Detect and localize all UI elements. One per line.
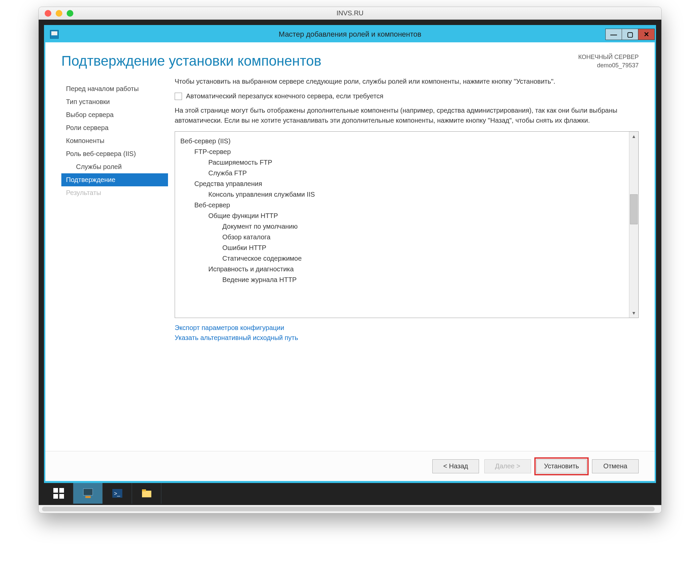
tree-item: FTP-сервер	[180, 146, 624, 157]
wizard-footer: < Назад Далее > Установить Отмена	[45, 451, 655, 481]
components-tree[interactable]: Веб-сервер (IIS) FTP-сервер Расширяемост…	[175, 132, 629, 318]
svg-rect-0	[53, 488, 58, 493]
restart-checkbox[interactable]	[175, 93, 182, 100]
nav-server-selection[interactable]: Выбор сервера	[61, 108, 168, 121]
cancel-button[interactable]: Отмена	[592, 459, 639, 473]
wizard-title: Мастер добавления ролей и компонентов	[45, 30, 655, 39]
remote-desktop-area: Мастер добавления ролей и компонентов — …	[39, 20, 661, 505]
nav-server-roles[interactable]: Роли сервера	[61, 121, 168, 134]
nav-confirmation[interactable]: Подтверждение	[61, 173, 168, 186]
scroll-thumb[interactable]	[630, 194, 638, 224]
alt-source-path-link[interactable]: Указать альтернативный исходный путь	[175, 334, 298, 341]
install-button[interactable]: Установить	[536, 459, 587, 473]
tree-item: Веб-сервер (IIS)	[180, 136, 624, 146]
tree-item: Служба FTP	[180, 168, 624, 178]
note-text: На этой странице могут быть отображены д…	[175, 105, 639, 125]
tree-item: Статическое содержимое	[180, 253, 624, 264]
svg-rect-3	[59, 494, 64, 499]
tree-item: Расширяемость FTP	[180, 157, 624, 168]
mac-minimize-icon[interactable]	[56, 10, 62, 17]
tree-item: Документ по умолчанию	[180, 221, 624, 232]
file-explorer-icon	[141, 487, 153, 499]
mac-horizontal-scrollbar[interactable]	[39, 505, 661, 513]
listbox-scrollbar[interactable]: ▲ ▼	[629, 132, 638, 318]
svg-rect-2	[53, 494, 58, 499]
nav-install-type[interactable]: Тип установки	[61, 95, 168, 108]
mac-window-title: INVS.RU	[39, 9, 661, 17]
svg-rect-9	[142, 489, 146, 491]
tree-item: Обзор каталога	[180, 232, 624, 242]
svg-rect-8	[142, 491, 151, 497]
task-powershell[interactable]: >_	[103, 483, 132, 504]
windows-start-icon	[53, 487, 65, 499]
intro-text: Чтобы установить на выбранном сервере сл…	[175, 76, 639, 86]
tree-item: Исправность и диагностика	[180, 264, 624, 274]
wizard-window: Мастер добавления ролей и компонентов — …	[44, 25, 656, 482]
components-listbox: Веб-сервер (IIS) FTP-сервер Расширяемост…	[175, 131, 639, 318]
server-manager-task-icon	[82, 487, 94, 499]
windows-taskbar[interactable]: >_	[44, 482, 656, 504]
destination-server: КОНЕЧНЫЙ СЕРВЕР demo05_79537	[578, 53, 639, 70]
wizard-titlebar[interactable]: Мастер добавления ролей и компонентов — …	[45, 26, 655, 42]
svg-rect-4	[83, 489, 93, 495]
scroll-down-icon[interactable]: ▼	[629, 308, 638, 318]
tree-item: Ведение журнала HTTP	[180, 274, 624, 285]
next-button: Далее >	[484, 459, 531, 473]
export-config-link[interactable]: Экспорт параметров конфигурации	[175, 324, 284, 331]
wizard-links: Экспорт параметров конфигурации Указать …	[175, 323, 639, 343]
powershell-icon: >_	[111, 487, 123, 499]
nav-role-services[interactable]: Службы ролей	[61, 160, 168, 173]
svg-rect-1	[59, 488, 64, 493]
start-button[interactable]	[44, 483, 73, 504]
wizard-header: Подтверждение установки компонентов КОНЕ…	[45, 42, 655, 73]
restart-checkbox-label: Автоматический перезапуск конечного серв…	[186, 92, 383, 100]
nav-features[interactable]: Компоненты	[61, 134, 168, 147]
task-server-manager[interactable]	[73, 483, 103, 504]
wizard-main: Чтобы установить на выбранном сервере сл…	[175, 76, 639, 451]
mac-scroll-thumb[interactable]	[42, 507, 655, 511]
wizard-nav: Перед началом работы Тип установки Выбор…	[61, 76, 168, 451]
tree-item: Консоль управления службами IIS	[180, 189, 624, 200]
target-server-name: demo05_79537	[578, 61, 639, 70]
mac-titlebar: INVS.RU	[39, 7, 661, 20]
nav-results: Результаты	[61, 186, 168, 199]
tree-item: Ошибки HTTP	[180, 242, 624, 253]
scroll-track[interactable]	[629, 141, 638, 308]
svg-rect-5	[85, 496, 91, 498]
nav-iis-role[interactable]: Роль веб-сервера (IIS)	[61, 147, 168, 160]
page-heading: Подтверждение установки компонентов	[61, 53, 321, 69]
tree-item: Средства управления	[180, 178, 624, 189]
scroll-up-icon[interactable]: ▲	[629, 132, 638, 141]
task-explorer[interactable]	[132, 483, 161, 504]
tree-item: Общие функции HTTP	[180, 210, 624, 221]
svg-text:>_: >_	[114, 491, 120, 497]
back-button[interactable]: < Назад	[432, 459, 479, 473]
tree-item: Веб-сервер	[180, 200, 624, 210]
mac-window: INVS.RU Мастер добавления ролей и компон…	[38, 7, 662, 513]
mac-zoom-icon[interactable]	[67, 10, 73, 17]
restart-checkbox-row[interactable]: Автоматический перезапуск конечного серв…	[175, 92, 639, 100]
nav-before-you-begin[interactable]: Перед началом работы	[61, 82, 168, 95]
target-label: КОНЕЧНЫЙ СЕРВЕР	[578, 53, 639, 61]
mac-close-icon[interactable]	[45, 10, 51, 17]
